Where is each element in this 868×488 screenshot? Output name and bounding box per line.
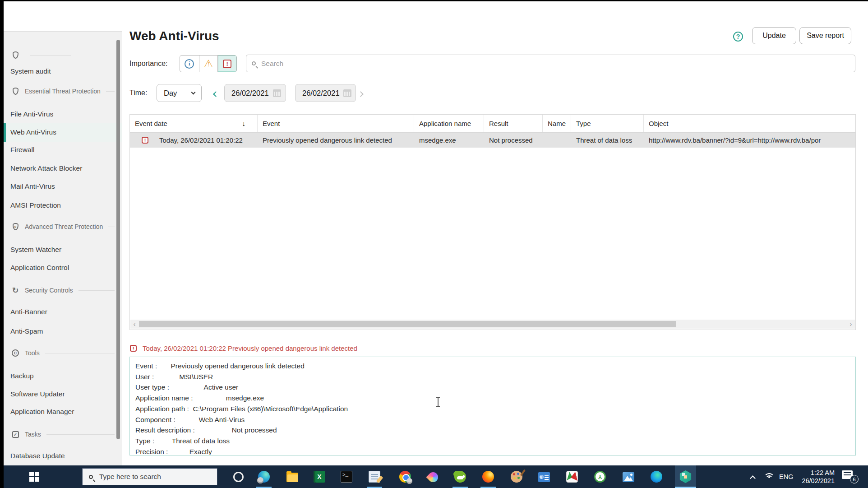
column-header-object[interactable]: Object xyxy=(644,115,856,132)
sidebar-item-file-anti-virus[interactable]: File Anti-Virus xyxy=(4,105,122,123)
sidebar-item-network-attack-blocker[interactable]: Network Attack Blocker xyxy=(4,159,122,177)
sidebar-item-application-manager[interactable]: Application Manager xyxy=(4,403,122,421)
notification-badge: 6 xyxy=(850,475,859,483)
taskbar-report-viewer-button[interactable] xyxy=(534,465,554,488)
tray-expand-icon[interactable] xyxy=(751,474,755,482)
taskbar-terminal-button[interactable]: >_ xyxy=(337,465,356,488)
sidebar-item-database-update[interactable]: Database Update xyxy=(4,447,122,465)
tasks-icon: ✓ xyxy=(11,430,19,438)
sidebar-item-application-control[interactable]: Application Control xyxy=(4,259,122,277)
previous-period-button[interactable] xyxy=(214,90,218,98)
shield-icon xyxy=(11,51,19,59)
next-period-button[interactable] xyxy=(359,90,363,98)
table-header: Event date↓EventApplication nameResultNa… xyxy=(130,115,855,133)
taskbar-pdf-creator-button[interactable] xyxy=(562,465,582,488)
importance-critical-button[interactable]: ! xyxy=(217,56,236,72)
search-input[interactable] xyxy=(261,60,803,68)
edge-icon xyxy=(258,471,270,483)
kaspersky-icon xyxy=(679,470,692,483)
sidebar-group-tasks[interactable]: ✓Tasks xyxy=(4,425,122,443)
calendar-icon[interactable] xyxy=(343,89,351,97)
taskbar-chrome-button[interactable] xyxy=(395,465,415,488)
start-button[interactable] xyxy=(25,468,43,486)
sidebar-item-anti-banner[interactable]: Anti-Banner xyxy=(4,303,122,321)
taskbar-notepad-button[interactable] xyxy=(365,465,384,488)
group-divider xyxy=(108,227,115,227)
sidebar-item-web-anti-virus[interactable]: Web Anti-Virus xyxy=(4,123,122,142)
sidebar-item-system-watcher[interactable]: System Watcher xyxy=(4,241,122,259)
taskbar-search-input[interactable] xyxy=(99,473,208,481)
window-titlebar xyxy=(4,1,868,15)
taskbar-photos-button[interactable] xyxy=(619,465,638,488)
column-header-result[interactable]: Result xyxy=(484,115,543,132)
importance-info-button[interactable]: i xyxy=(180,56,199,72)
scroll-left-icon[interactable]: ‹ xyxy=(130,320,139,329)
group-divider xyxy=(45,353,115,353)
importance-warning-button[interactable]: ⚠ xyxy=(199,56,218,72)
date-to-value: 26/02/2021 xyxy=(302,89,340,98)
sidebar-item-backup[interactable]: Backup xyxy=(4,367,122,385)
sidebar-item-amsi-protection[interactable]: AMSI Protection xyxy=(4,196,122,214)
column-header-name[interactable]: Name xyxy=(543,115,571,132)
column-header-application-name[interactable]: Application name xyxy=(414,115,484,132)
events-table: Event date↓EventApplication nameResultNa… xyxy=(129,114,856,330)
taskbar-paint3d-button[interactable] xyxy=(423,465,443,488)
group-divider xyxy=(30,55,71,56)
group-divider xyxy=(106,91,115,92)
cortana-icon xyxy=(233,472,244,482)
sidebar-group-essential-threat-protection[interactable]: Essential Threat Protection xyxy=(4,82,122,100)
taskbar-cloud-app-button[interactable] xyxy=(450,465,470,488)
sidebar-group-security-controls[interactable]: ↻Security Controls xyxy=(4,281,122,299)
sidebar-item-system-audit[interactable]: System audit xyxy=(4,62,122,80)
sort-descending-icon: ↓ xyxy=(242,120,245,128)
wifi-icon[interactable] xyxy=(763,469,775,479)
taskbar-file-explorer-button[interactable] xyxy=(282,465,302,488)
critical-icon: ! xyxy=(223,60,231,68)
scroll-right-icon[interactable]: › xyxy=(847,320,855,329)
taskbar-kaspersky-button[interactable] xyxy=(675,465,696,488)
taskbar-palette-button[interactable] xyxy=(507,465,526,488)
taskbar-cortana-button[interactable] xyxy=(228,465,248,488)
help-icon[interactable]: ? xyxy=(733,32,743,42)
sidebar-group-tools[interactable]: CTools xyxy=(4,344,122,362)
clock-date: 26/02/2021 xyxy=(795,477,835,485)
sidebar-item-anti-spam[interactable]: Anti-Spam xyxy=(4,322,122,340)
sidebar-scrollbar[interactable] xyxy=(116,40,120,439)
taskbar-firefox-button[interactable] xyxy=(478,465,498,488)
event-detail-panel[interactable]: Event : Previously opened dangerous link… xyxy=(129,357,856,455)
date-to-field[interactable]: 26/02/2021 xyxy=(295,84,356,102)
time-range-select[interactable]: Day xyxy=(157,84,202,102)
search-box xyxy=(246,55,855,72)
language-indicator[interactable]: ENG xyxy=(779,473,793,480)
column-header-type[interactable]: Type xyxy=(571,115,644,132)
selected-event-summary: ! Today, 26/02/2021 01:20:22 Previously … xyxy=(130,344,357,352)
taskbar-clock[interactable]: 1:22 AM 26/02/2021 xyxy=(795,469,835,485)
excel-icon: X xyxy=(314,471,325,483)
horizontal-scrollbar[interactable]: ‹ › xyxy=(130,320,855,329)
sidebar-group-protection[interactable] xyxy=(4,46,122,64)
date-from-field[interactable]: 26/02/2021 xyxy=(224,84,286,102)
update-button[interactable]: Update xyxy=(752,27,796,44)
taskbar-treesize-button[interactable]: Y xyxy=(590,465,610,488)
importance-filter-group: i ⚠ ! xyxy=(180,55,237,72)
scrollbar-thumb[interactable] xyxy=(139,321,676,327)
calendar-icon[interactable] xyxy=(273,89,281,97)
sidebar-header xyxy=(4,15,122,32)
table-row[interactable]: !Today, 26/02/2021 01:20:22Previously op… xyxy=(130,133,855,148)
sidebar-group-advanced-threat-protection[interactable]: 0Advanced Threat Protection xyxy=(4,218,122,236)
photos-icon xyxy=(623,472,634,482)
sidebar-item-software-updater[interactable]: Software Updater xyxy=(4,385,122,403)
sidebar-item-firewall[interactable]: Firewall xyxy=(4,141,122,159)
page-title: Web Anti-Virus xyxy=(129,29,219,43)
search-icon xyxy=(252,61,256,65)
taskbar-excel-button[interactable]: X xyxy=(309,465,329,488)
cell-result: Not processed xyxy=(484,133,543,148)
column-header-event[interactable]: Event xyxy=(258,115,414,132)
group-divider xyxy=(46,434,115,435)
sidebar-item-mail-anti-virus[interactable]: Mail Anti-Virus xyxy=(4,177,122,195)
taskbar-edge-beta-button[interactable] xyxy=(646,465,666,488)
column-header-event-date[interactable]: Event date↓ xyxy=(130,115,258,132)
cell-type: Threat of data loss xyxy=(571,133,644,148)
save-report-button[interactable]: Save report xyxy=(799,27,851,44)
taskbar-edge-button[interactable] xyxy=(254,465,274,488)
